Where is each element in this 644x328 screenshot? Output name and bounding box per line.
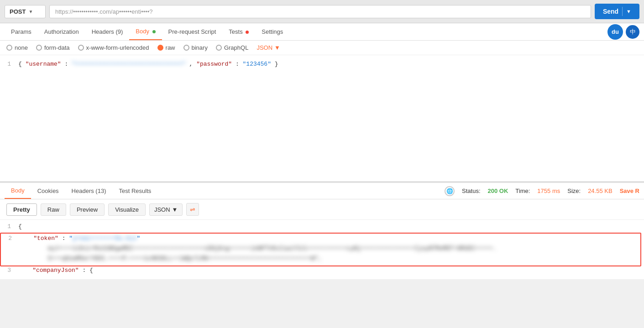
response-tabs-bar: Body Cookies Headers (13) Test Results 🌐… [0,183,644,199]
avatar: du [607,24,623,40]
radio-circle-urlencoded [78,45,84,51]
send-divider [622,7,623,16]
line-1-content: { "username" : "••••••••••••••••••••••••… [18,61,644,68]
resp-tab-test-results[interactable]: Test Results [112,183,157,198]
radio-urlencoded[interactable]: x-www-form-urlencoded [78,44,149,51]
tab-params[interactable]: Params [5,24,38,40]
time-value: 1755 ms [537,187,560,194]
globe-icon: 🌐 [445,186,455,196]
tab-authorization[interactable]: Authorization [38,24,85,40]
save-response-button[interactable]: Save R [620,187,639,194]
resp-json-label: JSON [154,206,170,213]
raw-button[interactable]: Raw [41,203,66,216]
response-body-content: 1 { 2 "token" : "y•noc•••••••5x.hiJ" eyJ… [0,220,644,279]
wrap-icon-symbol: ⇌ [190,206,195,213]
method-chevron-icon: ▼ [28,9,33,14]
resp-json-chevron-icon: ▼ [172,206,178,213]
response-section: Body Cookies Headers (13) Test Results 🌐… [0,183,644,279]
response-format-toolbar: Pretty Raw Preview Visualize JSON ▼ ⇌ [0,199,644,220]
radio-circle-graphql [216,45,222,51]
resp-tab-body[interactable]: Body [5,183,31,199]
status-value: 200 OK [488,187,508,194]
radio-none[interactable]: none [6,44,28,51]
radio-circle-binary [183,45,189,51]
resp-tab-headers[interactable]: Headers (13) [65,183,113,198]
request-body-editor[interactable]: 1 { "username" : "••••••••••••••••••••••… [0,55,644,183]
send-button[interactable]: Send ▼ [595,4,639,19]
response-highlight-box: 2 "token" : "y•noc•••••••5x.hiJ" eyJ••••… [0,233,641,266]
radio-form-data[interactable]: form-data [36,44,70,51]
response-status-area: 🌐 Status: 200 OK Time: 1755 ms Size: 24.… [445,186,639,196]
tests-dot-icon [246,31,249,34]
body-options-bar: none form-data x-www-form-urlencoded raw… [0,41,644,55]
json-dropdown-chevron-icon: ▼ [274,44,280,51]
status-label: Status: [462,187,480,194]
radio-binary[interactable]: binary [183,44,208,51]
resp-line-num-2: 2 [1,235,19,242]
size-value: 24.55 KB [588,187,613,194]
tab-body[interactable]: Body [129,23,162,40]
json-format-label: JSON [257,44,272,51]
word-wrap-button[interactable]: ⇌ [186,203,199,216]
radio-circle-raw [157,45,163,51]
tab-headers[interactable]: Headers (9) [85,24,130,40]
body-dot-icon [152,30,156,33]
resp-line-2-content: "token" : "y•noc•••••••5x.hiJ" [19,235,640,242]
resp-line-2b: eyJ••••1lOi1•MzU1NDgwMDI••••••••••••••••… [1,245,640,255]
tab-prerequest[interactable]: Pre-request Script [162,24,223,40]
method-label: POST [10,8,26,15]
avatar-area: du 中 [607,24,639,40]
radio-circle-form-data [36,45,42,51]
resp-line-num-3: 3 [0,267,18,274]
resp-line-2: 2 "token" : "y•noc•••••••5x.hiJ" [1,234,640,245]
time-label: Time: [515,187,530,194]
language-button[interactable]: 中 [626,25,639,39]
pretty-button[interactable]: Pretty [6,203,37,216]
resp-line-1: 1 { [0,223,644,233]
line-number-1: 1 [0,61,18,68]
tab-settings[interactable]: Settings [255,24,289,40]
preview-button[interactable]: Preview [70,203,105,216]
request-tabs-bar: Params Authorization Headers (9) Body Pr… [0,23,644,41]
radio-graphql[interactable]: GraphQL [216,44,248,51]
visualize-button[interactable]: Visualize [108,203,146,216]
resp-line-2c: S•••q0zwM6erY8D3.••••P:••••1cHKS0LL••lWQ… [1,255,640,265]
resp-tab-cookies[interactable]: Cookies [31,183,65,198]
editor-line-1: 1 { "username" : "••••••••••••••••••••••… [0,60,644,68]
size-label: Size: [567,187,581,194]
resp-json-format-dropdown[interactable]: JSON ▼ [149,203,183,216]
send-chevron-icon: ▼ [626,9,631,14]
resp-line-2b-content: eyJ••••1lOi1•MzU1NDgwMDI••••••••••••••••… [19,245,640,252]
resp-line-1-content: { [18,223,644,230]
url-input[interactable]: https://••••••••••••.com/ap••••••enti•••… [49,5,591,18]
radio-raw[interactable]: raw [157,44,175,51]
resp-line-3: 3 "companyJson" : { [0,266,644,276]
top-bar: POST ▼ https://••••••••••••.com/ap••••••… [0,0,644,23]
radio-circle-none [6,45,12,51]
resp-line-2c-content: S•••q0zwM6erY8D3.••••P:••••1cHKS0LL••lWQ… [19,255,640,262]
method-select[interactable]: POST ▼ [5,5,46,18]
json-format-dropdown[interactable]: JSON ▼ [257,44,280,51]
resp-line-num-1: 1 [0,223,18,230]
tab-tests[interactable]: Tests [222,24,255,40]
send-label: Send [603,8,618,15]
resp-line-3-content: "companyJson" : { [18,267,644,274]
